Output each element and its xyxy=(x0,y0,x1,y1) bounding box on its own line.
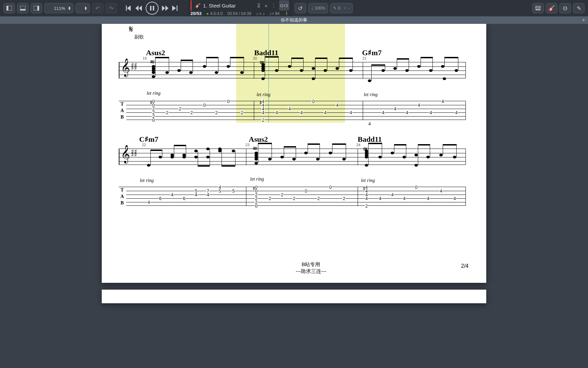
svg-marker-13 xyxy=(127,5,131,11)
main-toolbar: 111% ▲▼ ▲▼ ↶ ↷ 🎸 1. Steel Guitar ⌛ ▲ ⋮ G… xyxy=(0,0,588,16)
score-page-next xyxy=(102,290,486,303)
metronome-icon[interactable]: ▲ xyxy=(264,3,268,8)
panel-full-toggle[interactable] xyxy=(17,3,29,13)
speed-value: 100% xyxy=(315,6,325,11)
svg-rect-9 xyxy=(81,6,83,8)
bar-number: 23 xyxy=(245,143,249,147)
standard-staff: 𝄞 ♯♯♯♯ 19 20 21 ≀≀≀ xyxy=(119,62,466,78)
let-ring-text: let ring xyxy=(257,92,273,97)
treble-clef: 𝄞 xyxy=(121,145,130,163)
time-position: 00:54 / 04:39 xyxy=(227,11,251,16)
note-icon: ♩ xyxy=(311,6,313,11)
svg-rect-5 xyxy=(37,6,39,11)
guitar-neck-icon: 🎸 xyxy=(548,5,555,12)
beat-position: 4.0:4.0 xyxy=(206,11,223,16)
tuning-fork-icon: ✎ xyxy=(333,6,337,11)
song-tab[interactable]: 你不知道的事 xyxy=(281,17,307,23)
undo-button[interactable]: ↶ xyxy=(92,3,103,13)
pencil-icon: ✎ xyxy=(577,5,581,12)
footer-text-1: B站专用 xyxy=(119,261,503,268)
grid-icon xyxy=(78,6,83,11)
pause-button[interactable] xyxy=(146,2,159,15)
add-tab-button[interactable]: ＋ xyxy=(581,17,586,23)
svg-line-7 xyxy=(50,9,51,10)
bar-number: 21 xyxy=(362,56,366,60)
track-name[interactable]: 1. Steel Guitar xyxy=(203,3,236,9)
svg-marker-15 xyxy=(139,5,142,11)
chord-label: Asus2 xyxy=(146,48,165,57)
hourglass-icon[interactable]: ⌛ xyxy=(256,3,261,8)
plus-icon[interactable]: + xyxy=(344,6,346,11)
svg-marker-18 xyxy=(162,5,165,11)
speed-control[interactable]: ♩ 100% xyxy=(308,3,328,13)
fast-forward-icon[interactable] xyxy=(162,5,169,11)
tempo-bpm: ♩= 84 xyxy=(270,11,280,16)
tab-staff: TAB ≀≀≀ 002220 2 2 2 0 2 0 2 ≀≀≀ 44442 4… xyxy=(119,101,466,120)
score-viewport[interactable]: 𝄋 副歌 Asus2 Badd11 G♯m7 𝄞 ♯♯♯♯ 19 20 21 ≀… xyxy=(0,24,588,368)
panel-right-toggle[interactable] xyxy=(31,3,42,13)
more-icon[interactable]: ⋮ xyxy=(271,2,276,9)
transpose-control[interactable]: ✎ 0 + − xyxy=(330,3,353,13)
track-color-swatch xyxy=(191,0,192,11)
let-ring-text: let ring xyxy=(361,178,377,183)
let-ring-text: let ring xyxy=(250,177,266,182)
system-2: C♯m7 Asus2 Badd11 𝄞 ♯♯♯♯ 22 23 24 xyxy=(119,134,469,229)
bar-number: 22 xyxy=(142,143,146,147)
svg-rect-12 xyxy=(126,5,127,11)
wifi-icon: ⸨⸩ xyxy=(563,5,567,11)
svg-rect-8 xyxy=(78,6,80,8)
printer-icon xyxy=(535,6,541,11)
treble-clef: 𝄞 xyxy=(121,58,130,77)
key-indicator[interactable]: G♯3 xyxy=(279,0,289,11)
print-button[interactable] xyxy=(532,3,544,13)
key-signature: ♯♯♯♯ xyxy=(131,150,137,156)
share-button[interactable]: ⸨⸩ xyxy=(559,3,571,13)
system-1: Asus2 Badd11 G♯m7 𝄞 ♯♯♯♯ 19 20 21 ≀≀≀ xyxy=(119,31,469,126)
fretboard-button[interactable]: 🎸 xyxy=(546,3,557,13)
swing-indicator: ♪ = ♪ xyxy=(256,11,265,16)
tab-clef: TAB xyxy=(118,187,126,206)
standard-staff: 𝄞 ♯♯♯♯ 22 23 24 xyxy=(119,149,466,165)
bar-number: 24 xyxy=(356,143,360,147)
svg-rect-10 xyxy=(78,9,80,11)
panel-left-toggle[interactable] xyxy=(3,3,15,13)
bar-number: 19 xyxy=(143,56,147,60)
zoom-control[interactable]: 111% ▲▼ xyxy=(44,3,74,13)
let-ring-text: let ring xyxy=(147,91,163,96)
svg-rect-3 xyxy=(20,9,26,11)
svg-rect-17 xyxy=(153,6,154,11)
svg-marker-19 xyxy=(165,5,168,11)
svg-rect-11 xyxy=(81,9,83,11)
svg-rect-21 xyxy=(177,5,178,11)
page-number: 2/4 xyxy=(461,263,469,269)
svg-point-6 xyxy=(47,6,50,10)
edit-button[interactable]: ✎ xyxy=(573,3,585,13)
rewind-icon[interactable] xyxy=(135,5,142,11)
bar-position: 20/53 xyxy=(191,11,202,16)
svg-marker-14 xyxy=(135,5,138,11)
key-signature: ♯♯♯♯ xyxy=(131,64,137,70)
chevron-updown-icon: ▲▼ xyxy=(68,6,71,10)
svg-marker-20 xyxy=(172,5,176,11)
let-ring-text: let ring xyxy=(140,178,156,183)
skip-start-icon[interactable] xyxy=(126,5,132,11)
track-info-panel: 🎸 1. Steel Guitar ⌛ ▲ ⋮ G♯3 20/53 4.0:4.… xyxy=(187,0,293,17)
loop-button[interactable]: ↺ xyxy=(295,3,306,13)
footer-text-2: ---跪求三连--- xyxy=(119,268,503,275)
tuner-value: 0 xyxy=(338,6,340,11)
search-icon xyxy=(47,6,51,11)
layout-mode[interactable]: ▲▼ xyxy=(76,3,90,13)
chevron-updown-icon: ▲▼ xyxy=(84,6,87,10)
minus-icon[interactable]: − xyxy=(347,6,350,11)
transport-controls xyxy=(126,2,178,15)
let-ring-text: let ring xyxy=(364,92,380,97)
tab-clef: TAB xyxy=(118,101,126,120)
person-icon: 🚶 xyxy=(284,11,289,16)
redo-button[interactable]: ↷ xyxy=(105,3,117,13)
skip-end-icon[interactable] xyxy=(172,5,178,11)
score-page: 𝄋 副歌 Asus2 Badd11 G♯m7 𝄞 ♯♯♯♯ 19 20 21 ≀… xyxy=(102,24,486,283)
guitar-icon: 🎸 xyxy=(195,3,200,8)
svg-rect-1 xyxy=(6,6,8,11)
zoom-value: 111% xyxy=(53,6,66,11)
svg-rect-16 xyxy=(150,6,151,11)
